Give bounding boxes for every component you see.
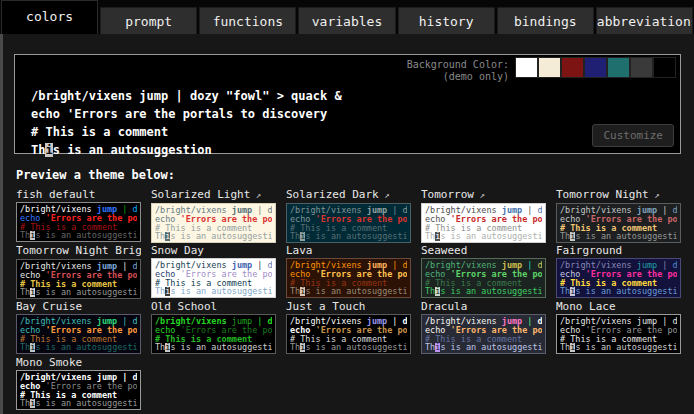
theme-segment-normal: /bright/vixens [155, 261, 232, 270]
theme-segment-param: dozy [538, 206, 542, 215]
theme-name[interactable]: Tomorrow Night ↗ [556, 188, 681, 202]
terminal-line-3: # This is a comment [31, 123, 680, 141]
theme-segment-end: | [117, 317, 132, 326]
theme-sample-line: /bright/vixens jump | dozy "fowl" [560, 261, 677, 270]
theme-segment-command: jump [637, 317, 657, 326]
theme-segment-echo: echo [290, 215, 316, 224]
theme-name[interactable]: fish default [16, 188, 141, 201]
theme-name[interactable]: Tomorrow ↗ [421, 188, 546, 202]
theme-segment-normal: /bright/vixens [560, 261, 637, 270]
theme-segment-autosuggestion: s is an autosuggestion [575, 343, 677, 352]
theme-preview-box[interactable]: /bright/vixens jump | dozy "fowl"echo 'E… [421, 314, 546, 354]
theme-sample-line: This is an autosuggestion [425, 287, 542, 296]
theme-segment-comment: # This is a comment [20, 335, 117, 344]
autosuggestion-post: s is an autosuggestion [53, 143, 212, 157]
theme-segment-param: dozy [673, 261, 677, 270]
theme-preview-box[interactable]: /bright/vixens jump | dozy "fowl"echo 'E… [421, 203, 546, 243]
theme-preview-box[interactable]: /bright/vixens jump | dozy "fowl"echo 'E… [16, 370, 141, 410]
terminal-line-4: This is an autosuggestion [31, 141, 680, 159]
external-link-icon[interactable]: ↗ [250, 190, 261, 200]
theme-name[interactable]: Solarized Light ↗ [151, 188, 276, 202]
tab-history[interactable]: history [398, 7, 495, 34]
tab-prompt[interactable]: prompt [100, 7, 197, 34]
theme-segment-error: 'Errors are the portals [46, 326, 137, 335]
theme-segment-command: jump [502, 206, 522, 215]
theme-sample-line: echo 'Errors are the portals [425, 270, 542, 279]
theme-preview-box[interactable]: /bright/vixens jump | dozy "fowl"echo 'E… [151, 314, 276, 354]
theme-segment-normal: /bright/vixens [20, 205, 97, 214]
tab-abbreviations[interactable]: abbreviations [596, 7, 693, 34]
theme-preview-box[interactable]: /bright/vixens jump | dozy "fowl"echo 'E… [556, 258, 681, 298]
background-swatch-2[interactable] [561, 57, 584, 78]
theme-sample-line: /bright/vixens jump | dozy "fowl" [425, 317, 542, 326]
theme-preview-box[interactable]: /bright/vixens jump | dozy "fowl"echo 'E… [16, 259, 141, 299]
theme-sample-line: # This is a comment [290, 335, 407, 344]
theme-preview-box[interactable]: /bright/vixens jump | dozy "fowl"echo 'E… [286, 258, 411, 298]
theme-sample-line: echo 'Errors are the portals [290, 270, 407, 279]
theme-name[interactable]: Mono Lace [556, 300, 681, 313]
theme-sample-line: echo 'Errors are the portals [20, 271, 137, 280]
tab-colors[interactable]: colors [1, 0, 98, 34]
theme-sample-line: # This is a comment [155, 279, 272, 288]
theme-card: Tomorrow Night Bright ↗/bright/vixens ju… [16, 244, 141, 297]
external-link-icon[interactable]: ↗ [474, 190, 485, 200]
theme-name[interactable]: Old School [151, 300, 276, 313]
theme-name[interactable]: Seaweed [421, 244, 546, 257]
theme-segment-autosuggestion: Th [290, 232, 300, 241]
background-swatch-5[interactable] [630, 57, 653, 78]
theme-preview-box[interactable]: /bright/vixens jump | dozy "fowl"echo 'E… [286, 314, 411, 354]
theme-name[interactable]: Snow Day [151, 244, 276, 257]
theme-preview-box[interactable]: /bright/vixens jump | dozy "fowl"echo 'E… [151, 203, 276, 243]
theme-segment-echo: echo [290, 270, 316, 279]
theme-segment-param: dozy [133, 317, 137, 326]
theme-segment-comment: # This is a comment [20, 223, 117, 232]
theme-segment-end: | [252, 206, 267, 215]
theme-sample-line: echo 'Errors are the portals [20, 382, 137, 391]
external-link-icon[interactable]: ↗ [379, 190, 390, 200]
theme-segment-comment: # This is a comment [155, 279, 252, 288]
theme-segment-comment: # This is a comment [560, 279, 657, 288]
tab-bindings[interactable]: bindings [497, 7, 594, 34]
theme-preview-box[interactable]: /bright/vixens jump | dozy "fowl"echo 'E… [16, 202, 141, 242]
theme-segment-command: jump [502, 261, 522, 270]
theme-name[interactable]: Solarized Dark ↗ [286, 188, 411, 202]
theme-name[interactable]: Bay Cruise [16, 300, 141, 313]
theme-name[interactable]: Just a Touch [286, 300, 411, 313]
theme-name[interactable]: Tomorrow Night Bright ↗ [16, 244, 141, 258]
theme-card: Solarized Dark ↗/bright/vixens jump | do… [286, 188, 411, 241]
theme-name[interactable]: Dracula [421, 300, 546, 313]
theme-preview-box[interactable]: /bright/vixens jump | dozy "fowl"echo 'E… [151, 258, 276, 298]
background-swatch-3[interactable] [584, 57, 607, 78]
theme-segment-autosuggestion: s is an autosuggestion [440, 343, 542, 352]
theme-preview-box[interactable]: /bright/vixens jump | dozy "fowl"echo 'E… [286, 203, 411, 243]
theme-preview-box[interactable]: /bright/vixens jump | dozy "fowl"echo 'E… [16, 314, 141, 354]
theme-segment-error: 'Errors are the portals [451, 326, 542, 335]
theme-sample-line: # This is a comment [290, 279, 407, 288]
theme-sample-line: # This is a comment [155, 335, 272, 344]
theme-preview-box[interactable]: /bright/vixens jump | dozy "fowl"echo 'E… [556, 314, 681, 354]
theme-grid: fish default/bright/vixens jump | dozy "… [16, 188, 681, 409]
theme-sample-line: This is an autosuggestion [155, 232, 272, 241]
theme-preview-box[interactable]: /bright/vixens jump | dozy "fowl"echo 'E… [421, 258, 546, 298]
customize-button[interactable]: Customize [592, 124, 674, 147]
external-link-icon[interactable]: ↗ [649, 190, 660, 200]
background-swatch-4[interactable] [607, 57, 630, 78]
colors-panel: Background Color: (demo only) /bright/vi… [0, 34, 694, 414]
theme-segment-end: | [522, 206, 537, 215]
theme-sample-line: # This is a comment [290, 224, 407, 233]
tab-functions[interactable]: functions [199, 7, 296, 34]
theme-segment-end: | [117, 205, 132, 214]
background-swatch-1[interactable] [538, 57, 561, 78]
background-swatch-0[interactable] [515, 57, 538, 78]
theme-segment-comment: # This is a comment [20, 391, 117, 400]
theme-name[interactable]: Lava [286, 244, 411, 257]
theme-preview-box[interactable]: /bright/vixens jump | dozy "fowl"echo 'E… [556, 203, 681, 243]
theme-name[interactable]: Fairground [556, 244, 681, 257]
theme-segment-comment: # This is a comment [155, 335, 252, 344]
theme-name[interactable]: Mono Smoke [16, 356, 141, 369]
theme-segment-command: jump [232, 317, 252, 326]
theme-segment-param: dozy [673, 317, 677, 326]
theme-segment-normal: /bright/vixens [290, 206, 367, 215]
background-swatch-6[interactable] [653, 57, 676, 78]
tab-variables[interactable]: variables [298, 7, 395, 34]
